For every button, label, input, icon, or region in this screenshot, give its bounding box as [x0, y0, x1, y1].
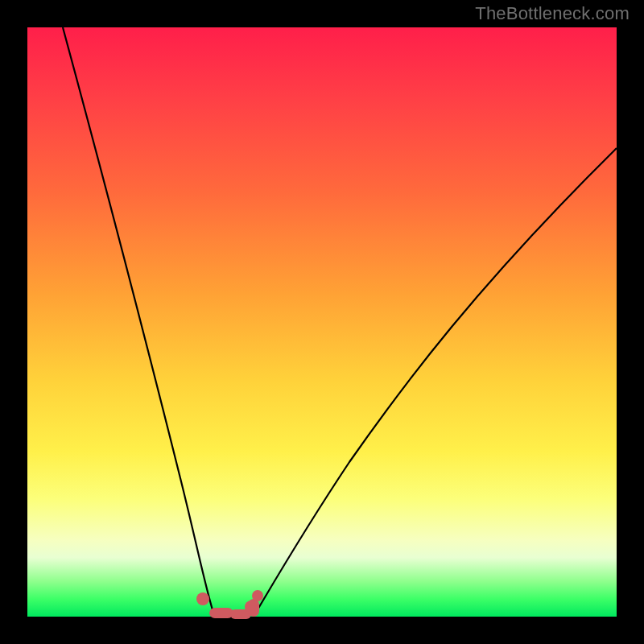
- curve-overlay: [27, 27, 617, 617]
- watermark-text: TheBottleneck.com: [475, 3, 630, 24]
- right-curve: [254, 148, 617, 615]
- mark-dab: [248, 599, 259, 617]
- bottom-marks-group: [196, 590, 263, 619]
- left-curve: [63, 27, 214, 615]
- chart-frame: TheBottleneck.com: [0, 0, 644, 644]
- mark-dot: [252, 590, 263, 601]
- mark-dab: [209, 608, 233, 618]
- mark-dot: [196, 592, 209, 605]
